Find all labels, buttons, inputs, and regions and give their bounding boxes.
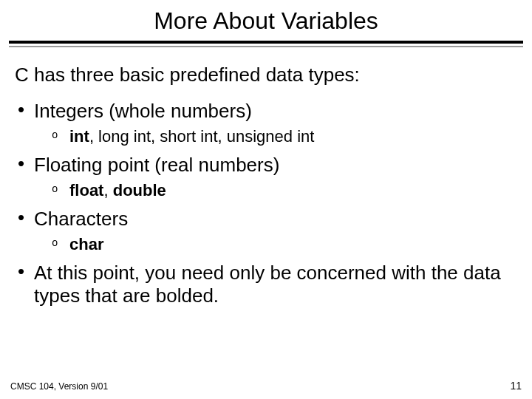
bullet-list: Integers (whole numbers) int, long int, … — [15, 100, 517, 307]
sub-item: char — [34, 235, 517, 254]
slide-title: More About Variables — [0, 0, 532, 41]
bullet-characters: Characters char — [15, 208, 517, 254]
bullet-label: Floating point (real numbers) — [34, 154, 279, 176]
page-number: 11 — [510, 380, 522, 392]
sub-list: char — [34, 235, 517, 254]
content-area: C has three basic predefined data types:… — [0, 47, 532, 307]
bullet-label: At this point, you need only be concerne… — [34, 262, 501, 307]
bullet-note: At this point, you need only be concerne… — [15, 262, 517, 307]
sub-list: float, double — [34, 181, 517, 200]
footer-course: CMSC 104, Version 9/01 — [10, 381, 108, 392]
intro-text: C has three basic predefined data types: — [15, 64, 517, 86]
type-rest: , long int, short int, unsigned int — [89, 127, 315, 146]
bullet-floating-point: Floating point (real numbers) float, dou… — [15, 154, 517, 200]
bullet-label: Integers (whole numbers) — [34, 100, 252, 122]
type-bold: char — [69, 235, 103, 253]
sub-item: float, double — [34, 181, 517, 200]
type-rest: , — [103, 181, 112, 200]
sub-item: int, long int, short int, unsigned int — [34, 127, 517, 146]
bullet-integers: Integers (whole numbers) int, long int, … — [15, 100, 517, 146]
type-bold-2: double — [113, 181, 166, 200]
slide: More About Variables C has three basic p… — [0, 0, 532, 399]
type-bold: float — [69, 181, 103, 200]
divider — [9, 41, 523, 47]
type-bold: int — [69, 127, 89, 146]
sub-list: int, long int, short int, unsigned int — [34, 127, 517, 146]
bullet-label: Characters — [34, 208, 128, 230]
